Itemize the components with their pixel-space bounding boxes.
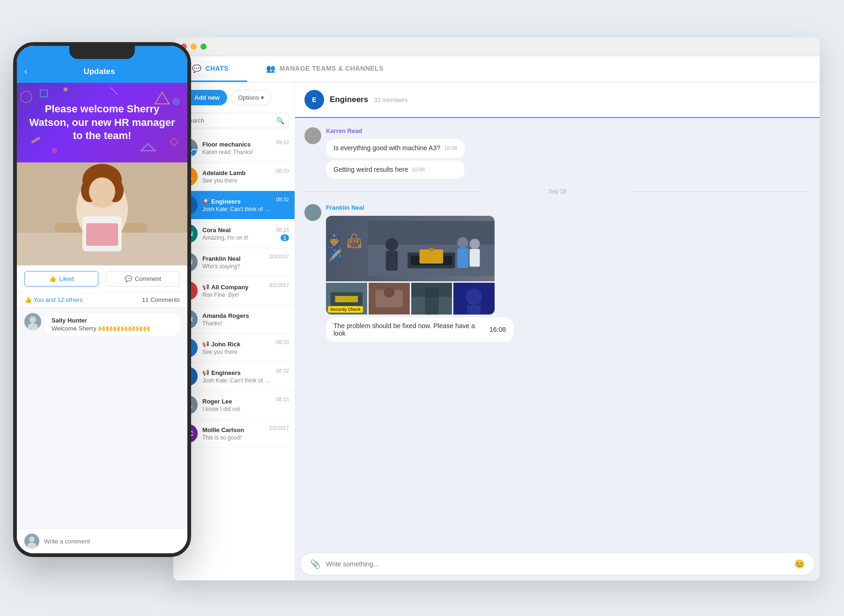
comment-author: Sally Hunter [52,317,174,324]
list-item[interactable]: 👥 Floor mechanics Karen read: Thanks! 09… [173,134,295,162]
date-separator: Sep 19 [304,188,810,195]
chat-info: 📢 All Company Ron Fine: Bye! [202,284,264,298]
unread-badge: 1 [281,235,289,241]
list-item[interactable]: E 📢 Engineers Josh Kale: Can't think of … [173,362,295,391]
list-item[interactable]: E 📢 Engineers Josh Kale: Can't think of … [173,191,295,220]
svg-rect-9 [458,248,469,268]
list-item[interactable]: 👥 📢 All Company Ron Fine: Bye! 3/2/2017 [173,277,295,305]
phone-banner: Please welcome Sherry Watson, our new HR… [17,83,187,162]
tabs-bar: 💬 CHATS 👥 MANAGE TEAMS & CHANNELS [173,56,820,82]
phone-photo [17,162,187,265]
chat-info: Cora Neal Amazing, I'm on it! [202,227,271,241]
list-item[interactable]: AR Amanda Rogers Thanks! [173,305,295,334]
chat-info: Floor mechanics Karen read: Thanks! [202,141,271,155]
window-content: 💬 CHATS 👥 MANAGE TEAMS & CHANNELS ⊕ Add … [173,56,820,580]
maximize-button[interactable] [200,44,207,50]
chat-name: Floor mechanics [202,141,251,148]
message-avatar [304,127,321,144]
list-item[interactable]: 📢 📢 John Rick See you there 08:33 [173,334,295,362]
message-bubble: Getting weird results here 16:08 [326,161,465,179]
chat-time: 08:32 [276,368,289,374]
chat-preview: Josh Kale: Can't think of any [202,206,271,213]
options-button[interactable]: Options ▾ [231,90,271,105]
chat-name: Amanda Rogers [202,312,249,319]
sender-name: Karren Read [326,127,465,134]
svg-rect-11 [470,249,480,267]
thumbnail-image: Security Check [326,283,367,315]
chat-time: 3/2/2017 [269,282,289,288]
chat-preview: I know I did not [202,406,271,412]
megaphone-icon: 📢 [202,341,209,347]
svg-point-6 [385,238,398,251]
back-button[interactable]: ‹ [24,66,27,76]
list-item[interactable]: RL Roger Lee I know I did not 08:15 [173,391,295,419]
message-input[interactable] [326,560,789,568]
tab-teams[interactable]: 👥 MANAGE TEAMS & CHANNELS [247,56,402,82]
write-comment-input[interactable] [44,538,180,545]
main-layout: ⊕ Add new Options ▾ 🔍 👥 [173,82,820,580]
comments-count: 11 Comments [142,296,180,303]
chat-icon: 💬 [192,64,202,73]
minimize-button[interactable] [191,44,197,50]
security-check-badge: Security Check [328,306,363,313]
reactions-row: 👍 You and 12 others 11 Comments [17,293,187,308]
message-group: Franklin Neal [304,204,810,342]
chat-time: 2/3/2017 [269,425,289,431]
attach-icon[interactable]: 📎 [310,559,320,569]
svg-rect-20 [425,288,438,315]
chat-info: 📢 Engineers Josh Kale: Can't think of an… [202,369,271,384]
chat-time: 08:15 [276,227,289,233]
chat-preview: Thanks! [202,320,284,327]
phone-inner: ‹ Updates [17,46,187,553]
main-image [326,216,495,281]
chat-info: Roger Lee I know I did not [202,398,271,412]
list-item[interactable]: AL Adelaide Lamb See you there 08:33 [173,162,295,191]
messages-area: Karren Read Is everything good with mach… [295,118,820,548]
write-comment-avatar [24,534,39,549]
comment-icon: 💬 [125,275,132,282]
svg-point-10 [470,239,480,249]
chat-info: Franklin Neal Who's staying? [202,255,264,270]
thumbs-up-icon: 👍 [24,296,32,303]
image-gallery: Security Check [326,216,495,315]
chat-header: E Engineers 32 members [295,82,820,118]
chat-name: Adelaide Lamb [202,169,245,176]
teams-icon: 👥 [266,64,276,73]
window-titlebar [173,37,820,56]
search-input[interactable] [179,113,289,128]
chat-info: 📢 John Rick See you there [202,341,271,355]
chat-header-members: 32 members [374,96,407,103]
thumbnail-image [453,283,495,315]
svg-rect-14 [335,296,358,302]
svg-point-44 [30,316,36,323]
list-item[interactable]: CN Cora Neal Amazing, I'm on it! 08:15 1 [173,220,295,248]
chat-name: Engineers [211,369,241,376]
svg-point-8 [458,237,469,249]
svg-rect-5 [429,248,433,251]
list-item[interactable]: FN Franklin Neal Who's staying? 2/3/2017 [173,248,295,277]
chat-name: Mollie Carlson [202,426,244,433]
desktop-window: 💬 CHATS 👥 MANAGE TEAMS & CHANNELS ⊕ Add … [173,37,820,580]
chat-time: 08:32 [276,197,289,202]
chat-header-name: Engineers [330,95,368,104]
group-avatar: E [304,90,324,110]
chat-info: Adelaide Lamb See you there [202,169,271,184]
emoji-icon[interactable]: 😊 [794,559,805,569]
comment-avatar [24,313,41,330]
chat-sidebar: ⊕ Add new Options ▾ 🔍 👥 [173,82,295,580]
chat-name: John Rick [211,341,240,348]
svg-point-30 [52,148,57,154]
chat-preview: See you there [202,349,271,355]
list-item: Sally Hunter Welcome Sherry 🙌🙌🙌🙌🙌🙌🙌 [24,313,180,336]
comment-button[interactable]: 💬 Comment [106,271,180,286]
image-thumbnails: Security Check [326,283,495,315]
like-button[interactable]: 👍 Liked [24,271,98,286]
chat-preview: Ron Fine: Bye! [202,292,264,298]
message-bubbles: Franklin Neal [326,204,513,342]
message-timestamp: 16:08 [444,145,457,152]
chat-area: E Engineers 32 members Karren Read Is ev… [295,82,820,580]
list-item[interactable]: MC Mollie Carlson This is so good! 2/3/2… [173,419,295,448]
message-avatar [304,204,321,221]
security-scene-image [326,216,495,281]
megaphone-icon: 📢 [202,369,209,376]
